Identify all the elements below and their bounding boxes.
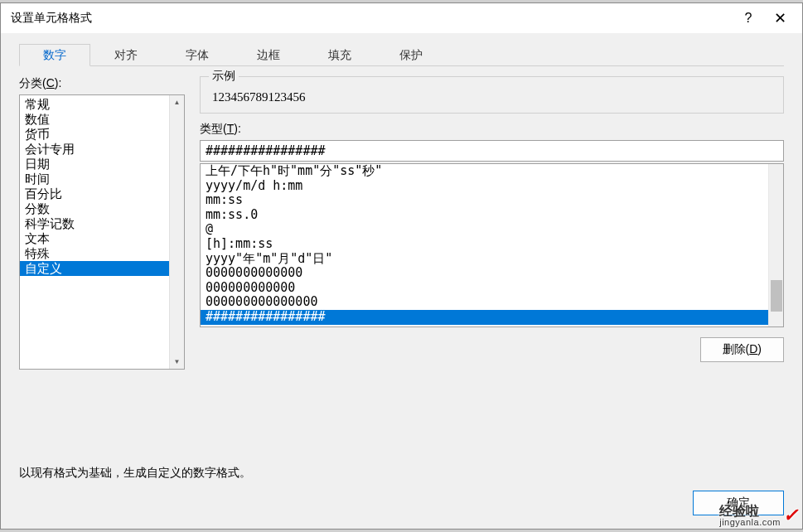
- hint-text: 以现有格式为基础，生成自定义的数字格式。: [19, 466, 784, 481]
- type-label-key: T: [227, 122, 235, 135]
- detail-column: 示例 123456789123456 类型(T): 上午/下午h"时"mm"分"…: [200, 76, 784, 451]
- category-item-general[interactable]: 常规: [20, 97, 169, 112]
- sample-value: 123456789123456: [212, 85, 772, 104]
- format-cells-dialog: 设置单元格格式 ? ✕ 数字 对齐 字体 边框 填充 保护 分类(C): 常规 …: [0, 2, 803, 530]
- watermark-sub: jingyanla.com: [719, 517, 781, 527]
- sample-group: 示例 123456789123456: [200, 76, 784, 114]
- category-item-custom[interactable]: 自定义: [20, 261, 169, 276]
- category-label-suffix: ):: [55, 76, 62, 89]
- category-scrollbar[interactable]: ▲ ▼: [169, 95, 184, 369]
- watermark-text: 经验啦 jingyanla.com: [719, 503, 781, 527]
- type-item[interactable]: 上午/下午h"时"mm"分"ss"秒": [201, 164, 768, 179]
- category-item-text[interactable]: 文本: [20, 231, 169, 246]
- type-scrollbar[interactable]: [768, 164, 783, 326]
- type-label: 类型(T):: [200, 122, 784, 137]
- type-item[interactable]: 000000000000: [201, 281, 768, 296]
- type-item[interactable]: ################: [201, 310, 768, 325]
- category-item-currency[interactable]: 货币: [20, 127, 169, 142]
- type-item[interactable]: [h]:mm:ss: [201, 237, 768, 252]
- close-button[interactable]: ✕: [764, 6, 796, 31]
- type-item[interactable]: 000000000000000: [201, 295, 768, 310]
- scroll-up-icon[interactable]: ▲: [174, 99, 181, 106]
- type-item[interactable]: yyyy"年"m"月"d"日": [201, 252, 768, 267]
- category-list: 常规 数值 货币 会计专用 日期 时间 百分比 分数 科学记数 文本 特殊 自定…: [20, 95, 169, 369]
- type-listbox[interactable]: 上午/下午h"时"mm"分"ss"秒" yyyy/m/d h:mm mm:ss …: [200, 163, 784, 327]
- category-item-special[interactable]: 特殊: [20, 246, 169, 261]
- type-item[interactable]: mm:ss.0: [201, 208, 768, 223]
- category-item-date[interactable]: 日期: [20, 157, 169, 172]
- category-item-number[interactable]: 数值: [20, 112, 169, 127]
- tab-font[interactable]: 字体: [162, 44, 233, 66]
- type-item[interactable]: 0000000000000: [201, 266, 768, 281]
- category-column: 分类(C): 常规 数值 货币 会计专用 日期 时间 百分比 分数 科学记数 文…: [19, 76, 185, 451]
- dialog-content: 数字 对齐 字体 边框 填充 保护 分类(C): 常规 数值 货币 会计专用 日…: [1, 33, 802, 487]
- delete-btn-prefix: 删除(: [723, 342, 750, 355]
- tab-strip: 数字 对齐 字体 边框 填充 保护: [19, 43, 784, 66]
- check-icon: ✓: [783, 505, 798, 526]
- scroll-thumb[interactable]: [771, 280, 782, 312]
- category-label: 分类(C):: [19, 76, 185, 91]
- tab-protection[interactable]: 保护: [375, 44, 447, 66]
- category-item-percentage[interactable]: 百分比: [20, 186, 169, 201]
- tab-body: 分类(C): 常规 数值 货币 会计专用 日期 时间 百分比 分数 科学记数 文…: [19, 66, 784, 451]
- delete-btn-suffix: ): [757, 342, 762, 355]
- delete-button[interactable]: 删除(D): [700, 337, 784, 362]
- category-item-fraction[interactable]: 分数: [20, 201, 169, 216]
- type-item[interactable]: yyyy/m/d h:mm: [201, 179, 768, 194]
- titlebar: 设置单元格格式 ? ✕: [1, 3, 802, 33]
- watermark: 经验啦 jingyanla.com ✓: [719, 503, 798, 527]
- watermark-main: 经验啦: [719, 504, 759, 518]
- type-item[interactable]: @: [201, 222, 768, 237]
- type-label-suffix: ):: [234, 122, 241, 135]
- category-label-key: C: [46, 76, 55, 89]
- category-item-time[interactable]: 时间: [20, 172, 169, 186]
- delete-row: 删除(D): [200, 337, 784, 362]
- tab-number[interactable]: 数字: [19, 44, 90, 66]
- type-list: 上午/下午h"时"mm"分"ss"秒" yyyy/m/d h:mm mm:ss …: [201, 164, 768, 326]
- sample-label: 示例: [209, 69, 239, 84]
- category-listbox[interactable]: 常规 数值 货币 会计专用 日期 时间 百分比 分数 科学记数 文本 特殊 自定…: [19, 94, 185, 370]
- delete-btn-key: D: [749, 342, 757, 355]
- category-item-scientific[interactable]: 科学记数: [20, 216, 169, 231]
- type-label-prefix: 类型(: [200, 122, 227, 135]
- dialog-footer: 确定: [1, 487, 802, 529]
- tab-alignment[interactable]: 对齐: [90, 44, 162, 66]
- type-item[interactable]: mm:ss: [201, 193, 768, 208]
- category-item-accounting[interactable]: 会计专用: [20, 142, 169, 157]
- type-input[interactable]: [200, 140, 784, 162]
- help-button[interactable]: ?: [733, 6, 764, 31]
- scroll-down-icon[interactable]: ▼: [174, 358, 181, 365]
- dialog-title: 设置单元格格式: [11, 11, 733, 26]
- category-label-prefix: 分类(: [19, 76, 46, 89]
- tab-fill[interactable]: 填充: [304, 44, 375, 66]
- tab-border[interactable]: 边框: [233, 44, 304, 66]
